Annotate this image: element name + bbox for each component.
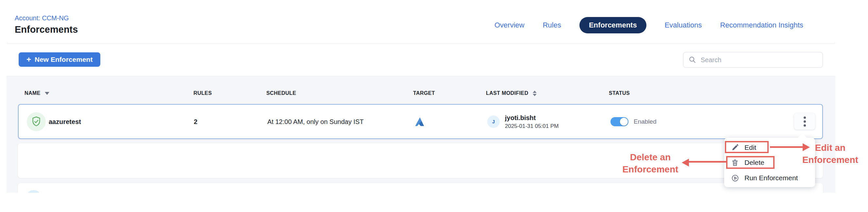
- enforcement-type-badge: [27, 112, 46, 131]
- enforcements-page: { "header": { "account_label": "Account:…: [0, 0, 868, 212]
- account-breadcrumb[interactable]: Account: CCM-NG: [15, 15, 69, 22]
- search-input[interactable]: [701, 56, 818, 64]
- tab-recommendation-insights[interactable]: Recommendation Insights: [720, 21, 803, 29]
- page-title: Enforcements: [15, 24, 78, 35]
- modified-timestamp: 2025-01-31 05:01 PM: [505, 123, 559, 129]
- menu-item-run-enforcement[interactable]: Run Enforcement: [724, 172, 815, 184]
- schedule-text: At 12:00 AM, only on Sunday IST: [267, 118, 364, 125]
- status-toggle[interactable]: [611, 117, 628, 126]
- edit-highlight-box: [725, 141, 769, 153]
- sort-arrows-icon: [533, 90, 537, 96]
- column-header-status: STATUS: [609, 90, 630, 97]
- avatar: J: [487, 115, 500, 128]
- edit-annotation-text: Edit an Enforcement: [797, 142, 864, 166]
- column-header-last-modified[interactable]: LAST MODIFIED: [486, 90, 537, 97]
- tab-overview[interactable]: Overview: [494, 21, 525, 29]
- column-header-rules: RULES: [193, 90, 212, 97]
- search-box[interactable]: [683, 52, 823, 68]
- last-modified-cell: jyoti.bisht 2025-01-31 05:01 PM: [505, 114, 559, 129]
- toggle-knob: [620, 118, 628, 126]
- tab-rules[interactable]: Rules: [543, 21, 561, 29]
- status-badge: Enabled: [634, 118, 656, 125]
- delete-annotation-arrow: [688, 161, 726, 163]
- rules-count: 2: [194, 118, 197, 125]
- delete-highlight-box: [726, 156, 775, 169]
- kebab-icon: [804, 116, 806, 119]
- enforcements-table: NAME RULES SCHEDULE TARGET LAST MODIFIED…: [6, 76, 835, 193]
- search-icon: [688, 56, 697, 64]
- new-enforcement-button[interactable]: + New Enforcement: [19, 52, 100, 67]
- play-circle-icon: [731, 174, 739, 182]
- azure-target-icon: [415, 117, 425, 126]
- column-header-target: TARGET: [413, 90, 435, 97]
- new-enforcement-label: New Enforcement: [35, 56, 92, 63]
- tab-enforcements-active[interactable]: Enforcements: [580, 17, 646, 33]
- table-row[interactable]: aazuretest 2 At 12:00 AM, only on Sunday…: [18, 104, 823, 139]
- enforcement-type-badge: [26, 190, 41, 193]
- column-header-name[interactable]: NAME: [25, 90, 49, 97]
- modified-by-user: jyoti.bisht: [505, 114, 559, 122]
- row-actions-menu-button[interactable]: [794, 113, 815, 130]
- plus-icon: +: [27, 56, 31, 63]
- shield-check-icon: [31, 116, 41, 127]
- caret-down-icon: [45, 92, 49, 95]
- tab-evaluations[interactable]: Evaluations: [665, 21, 702, 29]
- table-row[interactable]: [18, 183, 823, 193]
- enforcement-name[interactable]: aazuretest: [49, 118, 81, 125]
- column-header-schedule: SCHEDULE: [266, 90, 296, 97]
- header-divider: [6, 44, 835, 44]
- menu-item-label: Run Enforcement: [744, 174, 798, 182]
- table-row[interactable]: [18, 143, 823, 178]
- top-nav: Overview Rules Enforcements Evaluations …: [494, 17, 803, 33]
- delete-annotation-text: Delete an Enforcement: [613, 151, 688, 175]
